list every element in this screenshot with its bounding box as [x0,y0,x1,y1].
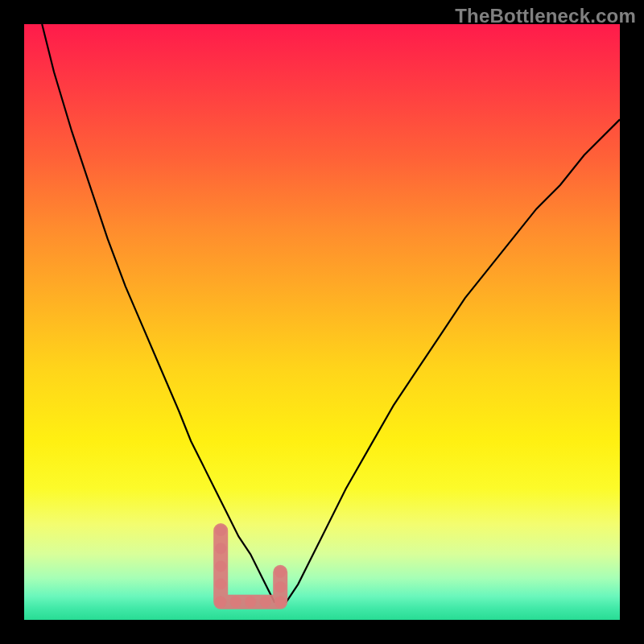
svg-point-5 [215,597,226,608]
svg-point-10 [275,597,286,608]
attribution-text: TheBottleneck.com [455,5,636,27]
optimal-zone-markers [24,24,620,620]
bottleneck-curve [24,24,620,620]
svg-point-2 [215,560,226,572]
svg-point-6 [230,597,242,608]
svg-point-12 [275,567,286,578]
svg-point-9 [275,597,286,608]
svg-point-11 [275,581,286,592]
svg-point-8 [260,597,271,608]
svg-point-3 [215,579,226,590]
svg-point-0 [215,525,226,536]
svg-point-1 [215,543,226,554]
svg-point-7 [245,597,256,608]
chart-frame: TheBottleneck.com [0,0,644,644]
svg-point-4 [215,597,226,608]
plot-area [24,24,620,620]
